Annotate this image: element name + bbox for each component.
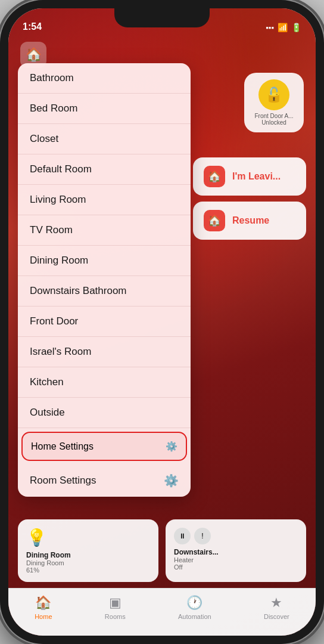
menu-item-bathroom[interactable]: Bathroom [18,63,191,94]
rooms-tab-label: Rooms [105,613,126,620]
dropdown-menu: Bathroom Bed Room Closet Default Room Li… [18,63,191,497]
leaving-label: I'm Leavi... [232,171,281,182]
light-widget-value: 61% [26,566,150,574]
home-icon: 🏠 [26,47,42,63]
room-settings-gear-icon: ⚙️ [164,473,179,488]
light-widget-subtitle: Dining Room [26,559,150,566]
heater-icons: ⏸ ! [174,528,298,544]
lock-widget-area: 🔓 Front Door A... Unlocked [244,73,304,140]
home-settings-label: Home Settings [31,441,94,452]
menu-item-dining-room[interactable]: Dining Room [18,246,191,276]
discover-tab-label: Discover [264,613,289,620]
rooms-tab-icon: ▣ [109,595,122,611]
menu-item-tv-room[interactable]: TV Room [18,215,191,246]
heater-status: Off [174,564,298,571]
menu-item-outside[interactable]: Outside [18,398,191,428]
menu-item-front-door[interactable]: Front Door [18,306,191,337]
home-settings-gear-icon: ⚙️ [166,441,177,452]
im-leaving-button[interactable]: 🏠 I'm Leavi... [193,157,306,196]
menu-item-israels-room[interactable]: Israel's Room [18,337,191,367]
menu-item-bedroom[interactable]: Bed Room [18,94,191,124]
discover-tab-icon: ★ [270,595,282,611]
tab-automation[interactable]: 🕐 Automation [178,595,211,620]
menu-item-living-room[interactable]: Living Room [18,185,191,215]
heater-subtitle: Heater [174,556,298,564]
notch [114,8,210,27]
leaving-icon: 🏠 [204,166,225,187]
menu-item-closet[interactable]: Closet [18,124,191,154]
menu-item-downstairs-bathroom[interactable]: Downstairs Bathroom [18,276,191,306]
home-tab-label: Home [35,613,52,620]
resume-button[interactable]: 🏠 Resume [193,202,306,240]
light-widget-title: Dining Room [26,551,150,559]
status-time: 1:54 [23,21,42,32]
heater-title: Downstairs... [174,548,298,556]
menu-item-default-room[interactable]: Default Room [18,154,191,185]
automation-tab-icon: 🕐 [186,595,202,611]
battery-icon: 🔋 [291,23,301,32]
heater-pause-icon: ⏸ [174,528,191,544]
bulb-icon: 💡 [26,528,150,547]
tab-home[interactable]: 🏠 Home [35,595,52,620]
wifi-icon: 📶 [278,23,288,32]
menu-item-kitchen[interactable]: Kitchen [18,367,191,398]
lock-icon: 🔓 [258,79,289,110]
menu-item-home-settings[interactable]: Home Settings ⚙️ [21,432,187,461]
tab-bar: 🏠 Home ▣ Rooms 🕐 Automation ★ Discover [8,588,316,636]
home-tab-icon: 🏠 [35,595,51,611]
tab-rooms[interactable]: ▣ Rooms [105,595,126,620]
lock-widget[interactable]: 🔓 Front Door A... Unlocked [244,73,304,132]
status-icons: ▪▪▪ 📶 🔋 [266,23,301,32]
phone-screen: 1:54 ▪▪▪ 📶 🔋 🏠 🔓 Front Door A... Unlocke… [8,8,316,636]
bottom-widgets: 💡 Dining Room Dining Room 61% ⏸ ! Downst… [18,519,306,582]
resume-label: Resume [232,215,269,226]
heater-widget[interactable]: ⏸ ! Downstairs... Heater Off [166,519,306,582]
heater-alert-icon: ! [194,528,211,544]
resume-icon: 🏠 [204,210,225,231]
light-widget[interactable]: 💡 Dining Room Dining Room 61% [18,519,158,582]
lock-label: Front Door A... Unlocked [254,113,293,126]
signal-icon: ▪▪▪ [266,23,274,32]
tab-discover[interactable]: ★ Discover [264,595,289,620]
menu-item-room-settings[interactable]: Room Settings ⚙️ [18,465,191,497]
phone-frame: 1:54 ▪▪▪ 📶 🔋 🏠 🔓 Front Door A... Unlocke… [0,0,324,644]
automation-tab-label: Automation [178,613,211,620]
action-buttons-area: 🏠 I'm Leavi... 🏠 Resume [193,157,306,246]
